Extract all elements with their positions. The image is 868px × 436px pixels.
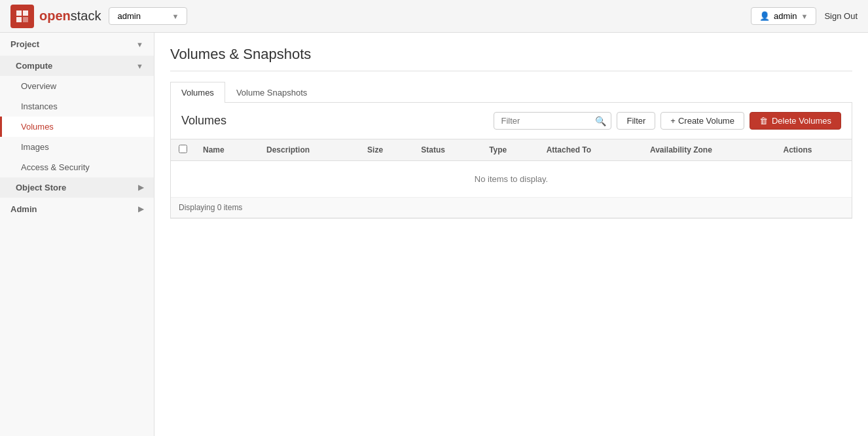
search-icon: 🔍	[595, 116, 606, 126]
panel-header: Volumes 🔍 Filter + Create Volume 🗑 Delet…	[171, 103, 852, 139]
project-dropdown[interactable]: admin ▼	[109, 7, 187, 25]
svg-rect-1	[23, 10, 28, 16]
main-layout: Project ▼ Compute ▼ Overview Instances V…	[0, 33, 868, 436]
chevron-right-icon: ▶	[138, 183, 143, 192]
page-title: Volumes & Snapshots	[170, 46, 852, 71]
signout-link[interactable]: Sign Out	[824, 11, 858, 21]
tab-bar: Volumes Volume Snapshots	[170, 82, 852, 103]
sidebar-item-volumes[interactable]: Volumes	[0, 117, 154, 137]
svg-rect-3	[23, 17, 28, 22]
no-items-row: No items to display.	[171, 161, 852, 198]
user-icon: 👤	[759, 11, 770, 21]
displaying-row: Displaying 0 items	[171, 198, 852, 218]
tab-volume-snapshots[interactable]: Volume Snapshots	[225, 82, 318, 103]
chevron-down-icon: ▼	[136, 41, 143, 48]
col-name: Name	[195, 139, 259, 161]
chevron-down-icon: ▼	[172, 12, 179, 20]
sidebar-project-header[interactable]: Project ▼	[0, 33, 154, 56]
table-header-row: Name Description Size Status Type Attach…	[171, 139, 852, 161]
col-availability-zone: Availability Zone	[642, 139, 776, 161]
col-type: Type	[481, 139, 539, 161]
panel-actions: 🔍 Filter + Create Volume 🗑 Delete Volume…	[494, 112, 841, 130]
user-dropdown[interactable]: 👤 admin ▼	[751, 7, 816, 25]
svg-rect-0	[16, 10, 22, 16]
logo-text: openstack	[39, 9, 101, 24]
filter-input[interactable]	[494, 112, 611, 130]
filter-wrapper: 🔍	[494, 112, 611, 130]
logo: openstack	[10, 5, 101, 28]
sidebar-item-overview[interactable]: Overview	[0, 76, 154, 96]
chevron-down-icon: ▼	[801, 12, 808, 20]
tab-volumes[interactable]: Volumes	[170, 82, 225, 103]
logo-icon	[10, 5, 34, 28]
sidebar-compute-header[interactable]: Compute ▼	[0, 56, 154, 76]
volumes-panel: Volumes 🔍 Filter + Create Volume 🗑 Delet…	[170, 103, 852, 219]
col-actions: Actions	[776, 139, 852, 161]
sidebar: Project ▼ Compute ▼ Overview Instances V…	[0, 33, 154, 436]
delete-volumes-button[interactable]: 🗑 Delete Volumes	[750, 112, 841, 130]
chevron-down-icon: ▼	[136, 62, 143, 70]
col-status: Status	[413, 139, 481, 161]
sidebar-item-images[interactable]: Images	[0, 137, 154, 157]
create-volume-button[interactable]: + Create Volume	[660, 112, 744, 130]
table-container: Name Description Size Status Type Attach…	[171, 139, 852, 218]
displaying-label: Displaying 0 items	[171, 198, 852, 218]
trash-icon: 🗑	[759, 116, 768, 126]
svg-rect-2	[16, 17, 22, 22]
content-area: Volumes & Snapshots Volumes Volume Snaps…	[154, 33, 868, 436]
navbar: openstack admin ▼ 👤 admin ▼ Sign Out	[0, 0, 868, 33]
col-size: Size	[359, 139, 413, 161]
no-items-message: No items to display.	[171, 161, 852, 198]
panel-title: Volumes	[181, 114, 226, 128]
col-attached-to: Attached To	[539, 139, 642, 161]
col-description: Description	[259, 139, 359, 161]
sidebar-item-access-security[interactable]: Access & Security	[0, 157, 154, 177]
sidebar-admin-header[interactable]: Admin ▶	[0, 198, 154, 221]
select-all-header	[171, 139, 195, 161]
chevron-right-icon: ▶	[138, 205, 143, 213]
select-all-checkbox[interactable]	[179, 145, 187, 153]
filter-button[interactable]: Filter	[617, 112, 655, 130]
sidebar-object-store-header[interactable]: Object Store ▶	[0, 177, 154, 198]
sidebar-item-instances[interactable]: Instances	[0, 96, 154, 117]
plus-icon: +	[670, 116, 676, 126]
navbar-left: openstack admin ▼	[10, 5, 187, 28]
navbar-right: 👤 admin ▼ Sign Out	[751, 7, 858, 25]
volumes-table: Name Description Size Status Type Attach…	[171, 139, 852, 218]
